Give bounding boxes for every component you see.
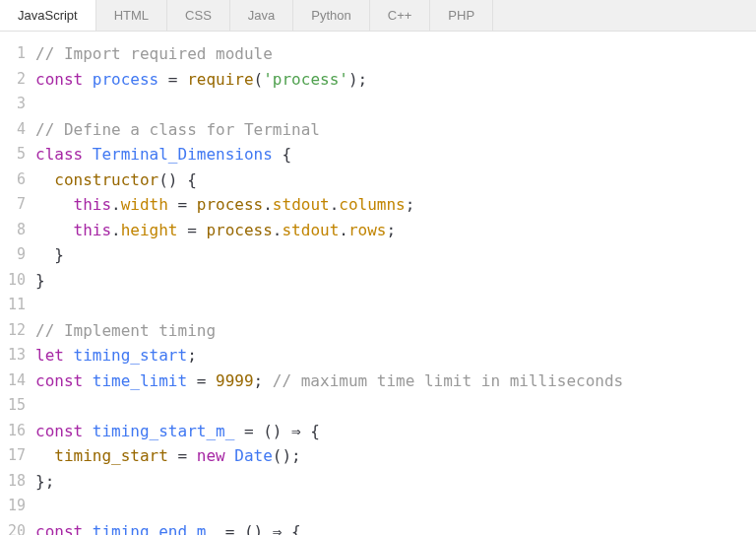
- code-content: }: [35, 242, 756, 268]
- line-number: 11: [0, 293, 35, 318]
- tab-python[interactable]: Python: [293, 0, 369, 31]
- line-number: 16: [0, 419, 35, 444]
- code-content: [35, 92, 756, 117]
- code-line: 1// Import required module: [0, 41, 756, 67]
- line-number: 14: [0, 368, 35, 394]
- line-number: 20: [0, 519, 35, 536]
- code-line: 7 this.width = process.stdout.columns;: [0, 192, 756, 218]
- code-line: 19: [0, 494, 756, 519]
- line-number: 18: [0, 469, 35, 495]
- tab-php[interactable]: PHP: [430, 0, 493, 31]
- code-content: const timing_start_m_ = () ⇒ {: [35, 419, 756, 444]
- line-number: 9: [0, 242, 35, 268]
- line-number: 10: [0, 268, 35, 294]
- line-number: 19: [0, 494, 35, 519]
- code-line: 8 this.height = process.stdout.rows;: [0, 218, 756, 243]
- code-line: 16const timing_start_m_ = () ⇒ {: [0, 419, 756, 444]
- line-number: 15: [0, 393, 35, 419]
- code-content: [35, 293, 756, 318]
- code-editor[interactable]: 1// Import required module2const process…: [0, 32, 756, 535]
- code-line: 6 constructor() {: [0, 167, 756, 193]
- tab-cpp[interactable]: C++: [370, 0, 431, 31]
- line-number: 17: [0, 443, 35, 469]
- code-content: this.height = process.stdout.rows;: [35, 218, 756, 243]
- code-content: // Define a class for Terminal: [35, 117, 756, 143]
- code-line: 12// Implement timing: [0, 318, 756, 344]
- code-content: this.width = process.stdout.columns;: [35, 192, 756, 218]
- tab-html[interactable]: HTML: [96, 0, 167, 31]
- line-number: 12: [0, 318, 35, 344]
- code-line: 17 timing_start = new Date();: [0, 443, 756, 469]
- code-content: let timing_start;: [35, 343, 756, 368]
- code-content: const process = require('process');: [35, 67, 756, 93]
- code-line: 20const timing_end_m_ = () ⇒ {: [0, 519, 756, 536]
- code-content: [35, 494, 756, 519]
- code-line: 3: [0, 92, 756, 117]
- line-number: 13: [0, 343, 35, 368]
- code-line: 11: [0, 293, 756, 318]
- line-number: 3: [0, 92, 35, 117]
- line-number: 5: [0, 142, 35, 167]
- code-line: 5class Terminal_Dimensions {: [0, 142, 756, 167]
- tab-css[interactable]: CSS: [167, 0, 230, 31]
- code-content: // Implement timing: [35, 318, 756, 344]
- code-line: 2const process = require('process');: [0, 67, 756, 93]
- code-line: 14const time_limit = 9999; // maximum ti…: [0, 368, 756, 394]
- code-line: 13let timing_start;: [0, 343, 756, 368]
- line-number: 6: [0, 167, 35, 193]
- line-number: 8: [0, 218, 35, 243]
- code-content: const timing_end_m_ = () ⇒ {: [35, 519, 756, 536]
- code-content: const time_limit = 9999; // maximum time…: [35, 368, 756, 394]
- language-tabs: JavaScriptHTMLCSSJavaPythonC++PHP: [0, 0, 756, 32]
- tab-java[interactable]: Java: [230, 0, 293, 31]
- code-content: [35, 393, 756, 419]
- code-line: 4// Define a class for Terminal: [0, 117, 756, 143]
- code-line: 18};: [0, 469, 756, 495]
- code-line: 10}: [0, 268, 756, 294]
- code-line: 15: [0, 393, 756, 419]
- code-line: 9 }: [0, 242, 756, 268]
- tab-javascript[interactable]: JavaScript: [0, 0, 96, 31]
- code-content: // Import required module: [35, 41, 756, 67]
- line-number: 2: [0, 67, 35, 93]
- code-content: timing_start = new Date();: [35, 443, 756, 469]
- code-content: }: [35, 268, 756, 294]
- line-number: 4: [0, 117, 35, 143]
- code-content: };: [35, 469, 756, 495]
- line-number: 7: [0, 192, 35, 218]
- code-content: class Terminal_Dimensions {: [35, 142, 756, 167]
- code-content: constructor() {: [35, 167, 756, 193]
- line-number: 1: [0, 41, 35, 67]
